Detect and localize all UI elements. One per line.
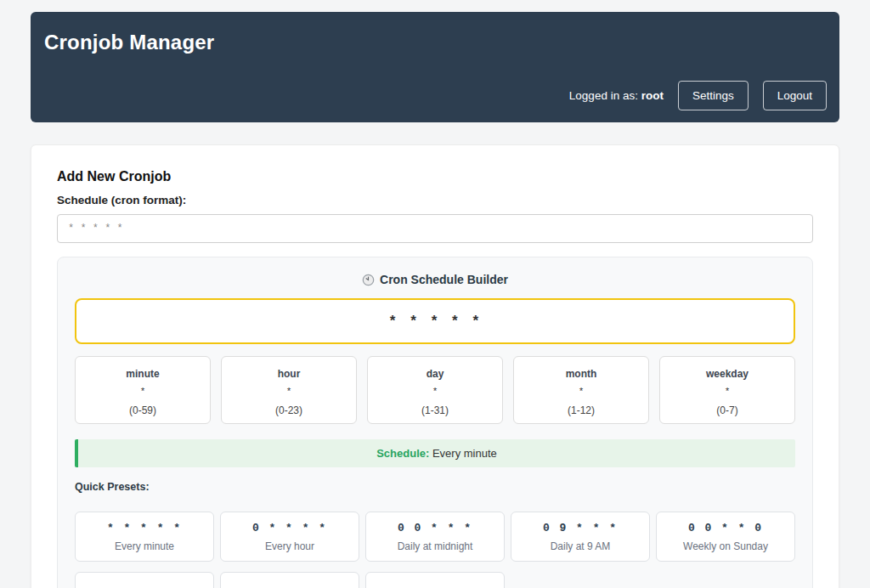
preset-daily-midnight[interactable]: 0 0 * * * Daily at midnight	[365, 512, 505, 562]
app-header: Cronjob Manager Logged in as: root Setti…	[31, 12, 839, 122]
preset-every-hour[interactable]: 0 * * * * Every hour	[220, 512, 359, 562]
settings-button[interactable]: Settings	[678, 81, 749, 110]
add-cronjob-card: Add New Cronjob Schedule (cron format): …	[31, 144, 839, 588]
cron-schedule-builder: Cron Schedule Builder * * * * * minute *…	[57, 257, 813, 588]
logged-in-status: Logged in as: root	[569, 89, 664, 102]
field-range: (1-31)	[373, 404, 497, 416]
quick-presets-heading: Quick Presets:	[75, 481, 795, 493]
field-label: weekday	[665, 368, 789, 380]
field-range: (1-12)	[519, 404, 643, 416]
field-range: (0-23)	[227, 404, 351, 416]
preset-weekly-sunday[interactable]: 0 0 * * 0 Weekly on Sunday	[656, 512, 795, 562]
preset-cron: 0 0 * * 0	[660, 522, 791, 534]
preset-description: Every hour	[224, 540, 355, 552]
cron-field-hour[interactable]: hour * (0-23)	[221, 356, 357, 424]
preset-description: Every minute	[79, 540, 210, 552]
field-value: *	[373, 387, 497, 397]
preset-every-minute[interactable]: * * * * * Every minute	[75, 512, 214, 562]
cron-field-month[interactable]: month * (1-12)	[513, 356, 649, 424]
field-label: month	[519, 368, 643, 380]
builder-title: Cron Schedule Builder	[75, 273, 795, 286]
preset-every-5-minutes[interactable]: */5 * * * *	[220, 572, 359, 588]
schedule-field-label: Schedule (cron format):	[57, 194, 813, 206]
preset-description: Daily at midnight	[370, 540, 500, 552]
page-title: Cronjob Manager	[44, 31, 826, 54]
preset-cron: * * * * *	[79, 522, 210, 534]
preset-daily-9am[interactable]: 0 9 * * * Daily at 9 AM	[511, 512, 650, 562]
clock-icon	[362, 274, 375, 286]
preset-description: Weekly on Sunday	[660, 540, 791, 552]
preset-cron: 0 0 * * *	[370, 522, 500, 534]
cron-field-day[interactable]: day * (1-31)	[367, 356, 503, 424]
field-range: (0-59)	[81, 404, 205, 416]
field-range: (0-7)	[665, 404, 789, 416]
field-label: minute	[81, 368, 205, 380]
cron-field-minute[interactable]: minute * (0-59)	[75, 356, 211, 424]
field-value: *	[665, 387, 789, 397]
schedule-input[interactable]	[57, 214, 813, 243]
field-value: *	[81, 387, 205, 397]
field-label: hour	[227, 368, 351, 380]
preset-every-15-minutes[interactable]: */15 * * * *	[365, 572, 505, 588]
header-user-area: Logged in as: root Settings Logout	[569, 81, 827, 110]
preset-monthly-first[interactable]: 0 0 1 * *	[75, 572, 214, 588]
field-label: day	[373, 368, 497, 380]
schedule-description-banner: Schedule: Every minute	[75, 439, 795, 467]
field-value: *	[227, 387, 351, 397]
cron-expression-display: * * * * *	[75, 298, 795, 344]
preset-cron: 0 * * * *	[224, 522, 355, 534]
preset-description: Daily at 9 AM	[515, 540, 646, 552]
cron-field-weekday[interactable]: weekday * (0-7)	[659, 356, 795, 424]
logged-in-prefix: Logged in as:	[569, 89, 641, 102]
field-value: *	[519, 387, 643, 397]
cron-fields-row: minute * (0-59) hour * (0-23) day * (1-3…	[75, 356, 795, 424]
builder-title-label: Cron Schedule Builder	[380, 273, 508, 286]
card-heading: Add New Cronjob	[57, 169, 813, 184]
presets-grid: * * * * * Every minute 0 * * * * Every h…	[75, 512, 795, 588]
schedule-banner-prefix: Schedule:	[376, 447, 429, 460]
schedule-banner-text: Every minute	[429, 447, 496, 460]
preset-cron: 0 9 * * *	[515, 522, 646, 534]
logout-button[interactable]: Logout	[763, 81, 827, 110]
logged-in-username: root	[641, 89, 664, 102]
